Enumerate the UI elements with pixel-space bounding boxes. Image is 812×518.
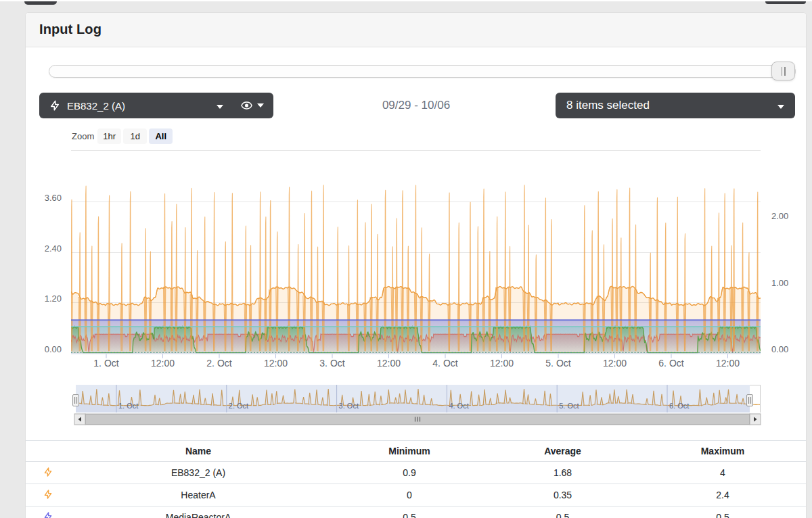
svg-text:4. Oct: 4. Oct	[432, 358, 457, 369]
svg-text:6. Oct: 6. Oct	[658, 358, 683, 369]
svg-text:0.00: 0.00	[771, 344, 788, 354]
svg-text:5. Oct: 5. Oct	[545, 358, 570, 369]
svg-text:12:00: 12:00	[490, 358, 514, 369]
svg-text:3. Oct: 3. Oct	[319, 358, 344, 369]
svg-text:12:00: 12:00	[716, 358, 740, 369]
svg-text:1.00: 1.00	[771, 278, 788, 288]
svg-text:12:00: 12:00	[264, 358, 288, 369]
svg-text:3.60: 3.60	[45, 193, 62, 203]
svg-text:1. Oct: 1. Oct	[93, 358, 118, 369]
svg-text:2. Oct: 2. Oct	[206, 358, 231, 369]
svg-text:2.40: 2.40	[45, 243, 62, 254]
svg-text:2.00: 2.00	[771, 211, 788, 221]
svg-text:1.20: 1.20	[45, 293, 62, 304]
svg-text:12:00: 12:00	[603, 358, 627, 369]
svg-text:12:00: 12:00	[151, 358, 175, 369]
svg-text:12:00: 12:00	[377, 358, 401, 369]
svg-text:0.00: 0.00	[45, 344, 62, 354]
